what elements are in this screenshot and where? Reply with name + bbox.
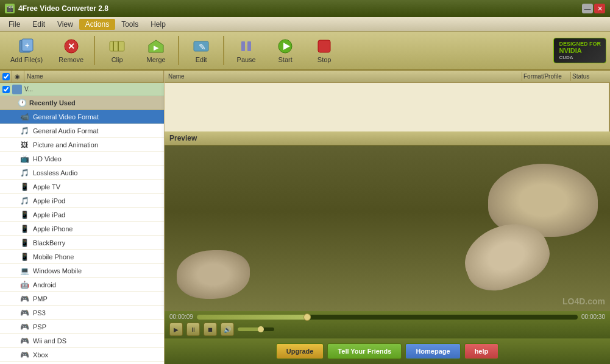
titlebar: 🎬 4Free Video Converter 2.8 — ✕ bbox=[0, 0, 610, 17]
seal-3 bbox=[177, 250, 250, 299]
homepage-button[interactable]: Homepage bbox=[405, 343, 460, 359]
main-content: ◉ Name V... 🕐 Recently Used 📹 General Vi… bbox=[0, 71, 610, 364]
picture-animation-label: Picture and Animation bbox=[33, 141, 98, 149]
category-psp[interactable]: 🎮 PSP bbox=[0, 320, 164, 334]
wii-ds-icon: 🎮 bbox=[20, 336, 29, 346]
svg-rect-12 bbox=[241, 41, 245, 51]
menu-help[interactable]: Help bbox=[144, 19, 172, 30]
start-button[interactable]: Start bbox=[267, 35, 303, 66]
stop-label: Stop bbox=[317, 56, 332, 63]
lossless-audio-icon: 🎵 bbox=[20, 168, 29, 178]
pause-button[interactable]: Pause bbox=[228, 35, 264, 66]
volume-knob[interactable] bbox=[258, 326, 264, 332]
remove-button[interactable]: ✕ Remove bbox=[52, 35, 90, 66]
edit-icon: ✎ bbox=[191, 38, 211, 55]
category-apple-tv[interactable]: 📱 Apple TV bbox=[0, 180, 164, 194]
add-files-button[interactable]: + Add File(s) bbox=[4, 35, 49, 66]
row-checkbox[interactable] bbox=[2, 86, 10, 93]
svg-rect-5 bbox=[110, 41, 124, 51]
blackberry-label: BlackBerry bbox=[33, 239, 65, 247]
progress-bar[interactable] bbox=[197, 315, 578, 320]
recently-used-icon: 🕐 bbox=[17, 98, 27, 108]
menu-tools[interactable]: Tools bbox=[115, 19, 144, 30]
category-recently-used[interactable]: 🕐 Recently Used bbox=[0, 96, 164, 110]
edit-label: Edit bbox=[196, 56, 207, 63]
svg-text:✕: ✕ bbox=[68, 41, 75, 51]
wii-ds-label: Wii and DS bbox=[33, 337, 66, 345]
file-list-area bbox=[165, 83, 610, 131]
progress-fill bbox=[197, 315, 311, 320]
nvidia-badge: DESIGNED FORNVIDIACUDA bbox=[553, 38, 606, 63]
category-pmp[interactable]: 🎮 PMP bbox=[0, 292, 164, 306]
time-total: 00:00:30 bbox=[581, 313, 605, 320]
time-current: 00:00:09 bbox=[169, 313, 193, 320]
preview-title: Preview bbox=[169, 134, 197, 142]
category-apple-ipod[interactable]: 🎵 Apple iPod bbox=[0, 194, 164, 208]
center-right-area: Name Format/Profile Status Preview bbox=[165, 71, 610, 364]
minimize-button[interactable]: — bbox=[582, 4, 593, 13]
format-header: Format/Profile bbox=[522, 72, 571, 81]
tell-friends-button[interactable]: Tell Your Friends bbox=[327, 343, 402, 359]
category-windows-mobile[interactable]: 💻 Windows Mobile bbox=[0, 264, 164, 278]
volume-button[interactable]: 🔊 bbox=[221, 323, 234, 336]
volume-bar[interactable] bbox=[238, 327, 274, 331]
window-controls: — ✕ bbox=[582, 4, 605, 13]
menu-actions[interactable]: Actions bbox=[79, 19, 115, 30]
stop-ctrl-button[interactable]: ⏹ bbox=[204, 323, 217, 336]
pause-ctrl-button[interactable]: ⏸ bbox=[186, 323, 200, 336]
stop-button[interactable]: Stop bbox=[306, 35, 342, 66]
lossless-audio-label: Lossless Audio bbox=[33, 169, 77, 177]
toolbar-separator-3 bbox=[223, 36, 224, 65]
pause-icon bbox=[236, 38, 256, 55]
category-ps3[interactable]: 🎮 PS3 bbox=[0, 306, 164, 320]
status-header: Status bbox=[571, 72, 608, 81]
category-hd-video[interactable]: 📺 HD Video bbox=[0, 152, 164, 166]
category-blackberry[interactable]: 📱 BlackBerry bbox=[0, 236, 164, 250]
xbox-icon: 🎮 bbox=[20, 350, 29, 360]
apple-ipad-icon: 📱 bbox=[20, 210, 29, 220]
category-android[interactable]: 🤖 Android bbox=[0, 278, 164, 292]
category-apple-iphone[interactable]: 📱 Apple iPhone bbox=[0, 222, 164, 236]
menu-view[interactable]: View bbox=[51, 19, 79, 30]
hd-video-icon: 📺 bbox=[20, 154, 29, 164]
menu-file[interactable]: File bbox=[2, 19, 26, 30]
progress-knob[interactable] bbox=[303, 313, 311, 321]
psp-icon: 🎮 bbox=[20, 322, 29, 332]
nav-col: ◉ bbox=[12, 71, 24, 82]
ps3-icon: 🎮 bbox=[20, 308, 29, 318]
time-bar-row: 00:00:09 00:00:30 bbox=[169, 313, 605, 320]
svg-rect-16 bbox=[318, 40, 330, 52]
close-button[interactable]: ✕ bbox=[594, 4, 605, 13]
start-icon bbox=[275, 38, 295, 55]
apple-iphone-label: Apple iPhone bbox=[33, 225, 73, 233]
stop-icon bbox=[314, 38, 334, 55]
clip-label: Clip bbox=[112, 56, 123, 63]
help-button[interactable]: help bbox=[464, 343, 499, 359]
video-controls: 00:00:09 00:00:30 ▶ ⏸ ⏹ 🔊 bbox=[165, 311, 610, 338]
apple-ipod-label: Apple iPod bbox=[33, 197, 65, 205]
mobile-phone-label: Mobile Phone bbox=[33, 253, 74, 261]
category-general-audio[interactable]: 🎵 General Audio Format bbox=[0, 124, 164, 138]
remove-label: Remove bbox=[59, 56, 83, 63]
clip-button[interactable]: Clip bbox=[99, 35, 135, 66]
category-wii-ds[interactable]: 🎮 Wii and DS bbox=[0, 334, 164, 348]
file-list-header: Name Format/Profile Status bbox=[165, 71, 610, 83]
xbox-label: Xbox bbox=[33, 351, 48, 359]
apple-ipod-icon: 🎵 bbox=[20, 196, 29, 206]
category-picture-animation[interactable]: 🖼 Picture and Animation bbox=[0, 138, 164, 152]
upgrade-button[interactable]: Upgrade bbox=[276, 343, 324, 359]
category-mobile-phone[interactable]: 📱 Mobile Phone bbox=[0, 250, 164, 264]
category-apple-ipad[interactable]: 📱 Apple iPad bbox=[0, 208, 164, 222]
ctrl-row: ▶ ⏸ ⏹ 🔊 bbox=[169, 323, 605, 336]
category-xbox[interactable]: 🎮 Xbox bbox=[0, 348, 164, 362]
edit-button[interactable]: ✎ Edit bbox=[183, 35, 219, 66]
category-lossless-audio[interactable]: 🎵 Lossless Audio bbox=[0, 166, 164, 180]
merge-button[interactable]: ▶ Merge bbox=[138, 35, 174, 66]
play-button[interactable]: ▶ bbox=[169, 323, 183, 336]
category-general-video[interactable]: 📹 General Video Format bbox=[0, 110, 164, 124]
recently-used-label: Recently Used bbox=[29, 99, 76, 107]
menu-edit[interactable]: Edit bbox=[26, 19, 51, 30]
category-list: V... 🕐 Recently Used 📹 General Video For… bbox=[0, 83, 164, 364]
select-all-checkbox[interactable] bbox=[2, 73, 10, 80]
svg-text:✎: ✎ bbox=[199, 42, 206, 52]
